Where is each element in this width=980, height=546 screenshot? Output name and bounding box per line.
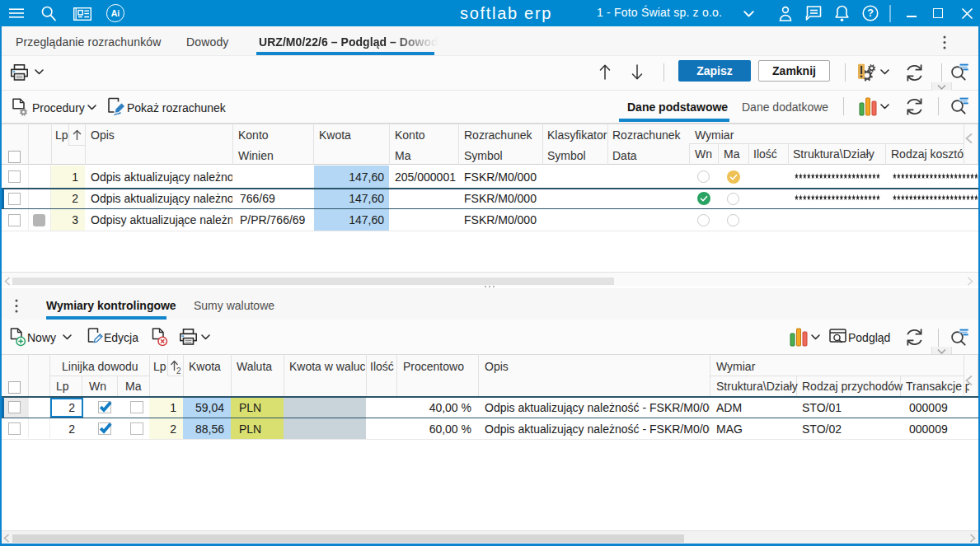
svg-text:?: ? xyxy=(867,7,874,19)
